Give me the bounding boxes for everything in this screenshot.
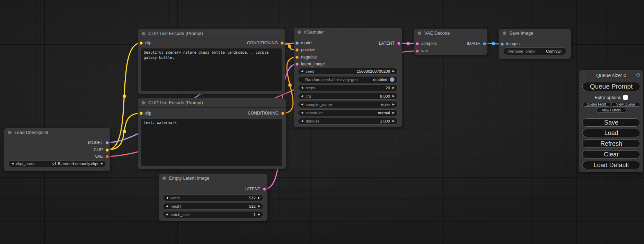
port-images-input[interactable] xyxy=(501,43,504,46)
node-header[interactable]: Load Checkpoint xyxy=(4,128,110,137)
link-midpoint-dot xyxy=(492,42,495,45)
widget-label: seed xyxy=(306,69,314,73)
batch-size-widget[interactable]: ◀ batch_size 1 ▶ xyxy=(163,211,263,218)
port-model-input[interactable] xyxy=(295,42,299,45)
port-latent-output[interactable] xyxy=(397,42,400,45)
port-image-output[interactable] xyxy=(483,42,486,45)
port-clip-input[interactable] xyxy=(140,42,143,45)
prompt-text-area[interactable]: text, watermark xyxy=(141,119,282,166)
seed-widget[interactable]: ◀ seed 156680208700286 ▶ xyxy=(298,68,398,75)
node-title: Empty Latent Image xyxy=(169,175,209,181)
toggle-knob-icon[interactable] xyxy=(390,77,395,82)
save-button[interactable]: Save xyxy=(582,118,640,127)
link-midpoint-dot xyxy=(123,130,126,133)
port-conditioning-output[interactable] xyxy=(281,42,284,45)
view-queue-button[interactable]: View Queue xyxy=(611,102,640,107)
port-vae-input[interactable] xyxy=(416,49,419,53)
collapse-dot-icon[interactable] xyxy=(162,177,166,180)
view-history-button[interactable]: View History xyxy=(597,108,626,112)
collapse-dot-icon[interactable] xyxy=(8,131,11,134)
increment-arrow-icon[interactable]: ▶ xyxy=(392,87,395,89)
sampler-name-widget[interactable]: ◀ sampler_name euler ▶ xyxy=(298,101,398,108)
decrement-arrow-icon[interactable]: ◀ xyxy=(301,120,303,123)
refresh-button[interactable]: Refresh xyxy=(582,139,640,148)
node-header[interactable]: KSampler xyxy=(294,28,402,37)
increment-arrow-icon[interactable]: ▶ xyxy=(392,111,395,114)
node-header[interactable]: Empty Latent Image xyxy=(159,174,267,183)
collapse-dot-icon[interactable] xyxy=(418,31,421,35)
port-clip-input[interactable] xyxy=(140,112,143,115)
port-latent-image-input[interactable] xyxy=(295,63,299,66)
decrement-arrow-icon[interactable]: ◀ xyxy=(166,197,168,199)
increment-arrow-icon[interactable]: ▶ xyxy=(101,162,103,165)
widget-value: 8.000 xyxy=(380,94,390,98)
steps-widget[interactable]: ◀ steps 20 ▶ xyxy=(298,84,398,91)
output-label-clip: CLIP xyxy=(94,147,103,153)
increment-arrow-icon[interactable]: ▶ xyxy=(392,95,395,98)
port-conditioning-output[interactable] xyxy=(281,112,284,115)
node-header[interactable]: CLIP Text Encode (Prompt) xyxy=(138,29,285,38)
queue-prompt-button[interactable]: Queue Prompt xyxy=(582,82,640,91)
decrement-arrow-icon[interactable]: ◀ xyxy=(166,213,168,216)
node-save-image[interactable]: Save Image images filename_prefix ComfyU… xyxy=(499,29,571,59)
increment-arrow-icon[interactable]: ▶ xyxy=(392,120,395,123)
node-header[interactable]: VAE Decode xyxy=(414,29,487,38)
load-button[interactable]: Load xyxy=(582,129,640,137)
clear-button[interactable]: Clear xyxy=(582,150,640,159)
link-midpoint-dot xyxy=(406,42,410,45)
load-default-button[interactable]: Load Default xyxy=(582,161,640,169)
extra-options-label: Extra options xyxy=(595,95,621,100)
collapse-dot-icon[interactable] xyxy=(503,31,506,35)
gear-icon[interactable]: ⚙ xyxy=(636,72,641,78)
decrement-arrow-icon[interactable]: ◀ xyxy=(11,162,14,165)
port-clip-output[interactable] xyxy=(106,148,109,152)
node-header[interactable]: CLIP Text Encode (Prompt) xyxy=(138,98,286,108)
port-negative-input[interactable] xyxy=(295,56,299,59)
input-label-positive: positive xyxy=(301,47,315,53)
node-load-checkpoint[interactable]: Load Checkpoint MODEL CLIP VAE ◀ ckpt_na… xyxy=(4,128,110,171)
port-vae-output[interactable] xyxy=(106,155,109,158)
extra-options-checkbox[interactable] xyxy=(623,95,628,100)
queue-front-button[interactable]: Queue Front xyxy=(582,102,610,107)
height-widget[interactable]: ◀ height 512 ▶ xyxy=(163,203,263,210)
filename-prefix-widget[interactable]: filename_prefix ComfyUI xyxy=(503,47,567,55)
node-clip-text-encode-positive[interactable]: CLIP Text Encode (Prompt) clip CONDITION… xyxy=(138,29,285,94)
widget-label: denoise xyxy=(306,119,319,123)
output-label-conditioning: CONDITIONING xyxy=(248,110,279,116)
cfg-widget[interactable]: ◀ cfg 8.000 ▶ xyxy=(298,93,398,100)
node-clip-text-encode-negative[interactable]: CLIP Text Encode (Prompt) clip CONDITION… xyxy=(138,98,286,169)
increment-arrow-icon[interactable]: ▶ xyxy=(392,70,395,73)
increment-arrow-icon[interactable]: ▶ xyxy=(258,205,260,208)
port-latent-output[interactable] xyxy=(263,188,266,191)
scheduler-widget[interactable]: ◀ scheduler normal ▶ xyxy=(298,109,398,116)
increment-arrow-icon[interactable]: ▶ xyxy=(392,103,395,106)
node-vae-decode[interactable]: VAE Decode samples vae IMAGE xyxy=(414,29,487,55)
node-empty-latent-image[interactable]: Empty Latent Image LATENT ◀ width 512 ▶ … xyxy=(159,174,267,221)
prompt-text-area[interactable]: beautiful scenery nature glass bottle la… xyxy=(141,48,282,91)
decrement-arrow-icon[interactable]: ◀ xyxy=(301,111,303,114)
random-seed-toggle-widget[interactable]: Random seed after every gen enabled xyxy=(298,76,398,83)
widget-value: 512 xyxy=(249,204,256,208)
decrement-arrow-icon[interactable]: ◀ xyxy=(166,205,168,208)
increment-arrow-icon[interactable]: ▶ xyxy=(258,213,260,216)
decrement-arrow-icon[interactable]: ◀ xyxy=(301,87,303,89)
output-label-latent: LATENT xyxy=(245,186,260,192)
port-positive-input[interactable] xyxy=(295,48,299,52)
collapse-dot-icon[interactable] xyxy=(298,30,301,34)
denoise-widget[interactable]: ◀ denoise 1.000 ▶ xyxy=(298,118,398,125)
port-model-output[interactable] xyxy=(106,141,109,144)
graph-canvas[interactable]: Load Checkpoint MODEL CLIP VAE ◀ ckpt_na… xyxy=(0,0,644,244)
node-header[interactable]: Save Image xyxy=(499,29,571,38)
node-ksampler[interactable]: KSampler model positive negative latent_… xyxy=(294,28,402,127)
decrement-arrow-icon[interactable]: ◀ xyxy=(301,70,303,73)
collapse-dot-icon[interactable] xyxy=(142,32,145,35)
decrement-arrow-icon[interactable]: ◀ xyxy=(301,103,303,106)
port-samples-input[interactable] xyxy=(416,42,419,45)
widget-value: ComfyUI xyxy=(546,49,562,53)
collapse-dot-icon[interactable] xyxy=(142,101,145,105)
link-midpoint-dot xyxy=(288,83,292,87)
decrement-arrow-icon[interactable]: ◀ xyxy=(301,95,303,98)
increment-arrow-icon[interactable]: ▶ xyxy=(258,197,260,199)
width-widget[interactable]: ◀ width 512 ▶ xyxy=(163,195,263,201)
ckpt-name-widget[interactable]: ◀ ckpt_name v1-5-pruned-emaonly.ckpt ▶ xyxy=(8,160,106,167)
